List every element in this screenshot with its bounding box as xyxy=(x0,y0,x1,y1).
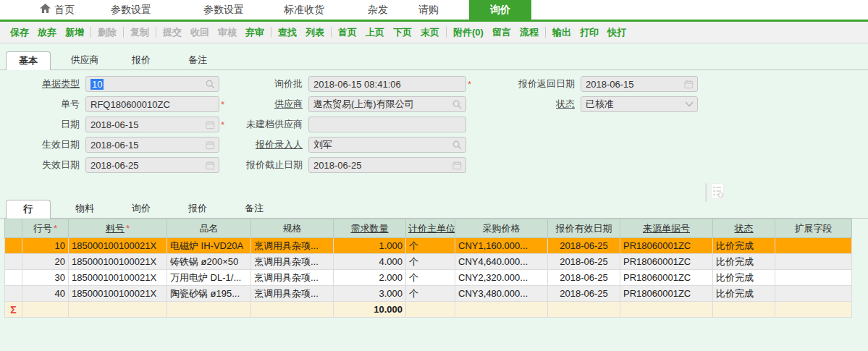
table-row[interactable]: 20 185000100100021X 铸铁锅 ø200×50 烹调用具杂项..… xyxy=(5,254,852,270)
cell-purchase-price[interactable]: CNY3,480.000... xyxy=(455,286,548,302)
cell-spec[interactable]: 烹调用具杂项... xyxy=(251,270,334,286)
cell-ext-field[interactable] xyxy=(775,286,852,302)
cell-item-no[interactable]: 185000100100021X xyxy=(69,254,167,270)
quote-entry-input[interactable]: 刘军 xyxy=(308,137,466,153)
cell-ext-field[interactable] xyxy=(775,270,852,286)
quote-deadline-input[interactable]: 2018-06-25 xyxy=(308,157,466,173)
cell-purchase-price[interactable]: CNY1,160.000... xyxy=(455,238,548,254)
nav-item-standard-receipt[interactable]: 标准收货 xyxy=(284,4,324,17)
grid-header-item-no[interactable]: 料号* xyxy=(69,219,167,238)
save-button[interactable]: 保存 xyxy=(6,26,33,39)
cell-demand-qty[interactable]: 1.000 xyxy=(334,238,406,254)
export-button[interactable]: 输出 xyxy=(548,26,576,39)
cell-source-doc-no[interactable]: PR18060001ZC xyxy=(620,254,713,270)
status-label[interactable]: 状态 xyxy=(506,98,575,111)
grid-header-pricing-unit[interactable]: 计价主单位 xyxy=(406,219,455,238)
cell-pricing-unit[interactable]: 个 xyxy=(406,254,455,270)
search-icon[interactable] xyxy=(452,100,462,109)
add-button[interactable]: 新增 xyxy=(61,26,88,39)
tab-material[interactable]: 物料 xyxy=(62,200,107,218)
search-icon[interactable] xyxy=(452,140,462,150)
row-gutter[interactable] xyxy=(5,286,22,302)
supplier-label[interactable]: 供应商 xyxy=(230,98,303,111)
last-page-button[interactable]: 末页 xyxy=(416,26,444,39)
cell-status[interactable]: 比价完成 xyxy=(713,238,775,254)
tab-inquiry[interactable]: 询价 xyxy=(119,200,164,218)
grid-header-demand-qty[interactable]: 需求数量 xyxy=(334,219,406,238)
grid-settings-handle[interactable] xyxy=(705,183,724,202)
cell-line-no[interactable]: 40 xyxy=(22,286,69,302)
cell-line-no[interactable]: 30 xyxy=(22,270,69,286)
discard-button[interactable]: 放弃 xyxy=(33,26,61,39)
cell-item-name[interactable]: 电磁炉 IH-VD20A xyxy=(167,238,251,254)
quote-entry-label[interactable]: 报价录入人 xyxy=(230,138,303,151)
cell-spec[interactable]: 烹调用具杂项... xyxy=(251,254,334,270)
tab-remarks[interactable]: 备注 xyxy=(175,51,220,69)
cell-item-name[interactable]: 陶瓷砂锅 ø195... xyxy=(167,286,251,302)
calendar-icon[interactable] xyxy=(206,120,215,130)
cell-demand-qty[interactable]: 3.000 xyxy=(334,286,406,302)
doc-no-input[interactable]: RFQ180600010ZC xyxy=(85,96,219,112)
message-button[interactable]: 留言 xyxy=(488,26,515,39)
cell-status[interactable]: 比价完成 xyxy=(713,270,775,286)
cell-source-doc-no[interactable]: PR18060001ZC xyxy=(620,286,713,302)
cell-purchase-price[interactable]: CNY4,640.000... xyxy=(455,254,548,270)
chevron-down-icon[interactable] xyxy=(685,101,694,107)
splitter-handle[interactable] xyxy=(705,183,707,202)
cell-line-no[interactable]: 20 xyxy=(22,254,69,270)
first-page-button[interactable]: 首页 xyxy=(334,26,361,39)
status-select[interactable]: 已核准 xyxy=(581,96,698,112)
unapprove-button[interactable]: 弃审 xyxy=(241,26,269,39)
find-button[interactable]: 查找 xyxy=(274,26,301,39)
tab-lines[interactable]: 行 xyxy=(6,200,51,219)
nav-item-misc-issue[interactable]: 杂发 xyxy=(368,4,388,17)
cell-status[interactable]: 比价完成 xyxy=(713,254,775,270)
print-button[interactable]: 打印 xyxy=(576,26,603,39)
cell-quote-valid-date[interactable]: 2018-06-25 xyxy=(548,286,620,302)
list-button[interactable]: 列表 xyxy=(301,26,329,39)
cell-demand-qty[interactable]: 4.000 xyxy=(334,254,406,270)
supplier-input[interactable]: 遨杰贸易(上海)有限公司 xyxy=(308,96,466,112)
attachments-button[interactable]: 附件(0) xyxy=(449,26,488,39)
tab-notes[interactable]: 备注 xyxy=(232,200,277,218)
calendar-icon[interactable] xyxy=(206,140,215,150)
row-gutter[interactable] xyxy=(5,254,22,270)
cell-item-name[interactable]: 万用电炉 DL-1/... xyxy=(167,270,251,286)
cell-quote-valid-date[interactable]: 2018-06-25 xyxy=(548,238,620,254)
cell-status[interactable]: 比价完成 xyxy=(713,286,775,302)
prev-page-button[interactable]: 上页 xyxy=(361,26,389,39)
unfiled-supplier-input[interactable] xyxy=(308,117,466,132)
grid-header-status[interactable]: 状态 xyxy=(713,219,775,238)
cell-quote-valid-date[interactable]: 2018-06-25 xyxy=(548,270,620,286)
cell-ext-field[interactable] xyxy=(775,238,852,254)
cell-pricing-unit[interactable]: 个 xyxy=(406,286,455,302)
doc-type-label[interactable]: 单据类型 xyxy=(0,77,80,90)
cell-spec[interactable]: 烹调用具杂项... xyxy=(251,238,334,254)
table-row-selected[interactable]: 10 185000100100021X 电磁炉 IH-VD20A 烹调用具杂项.… xyxy=(5,238,852,254)
row-gutter[interactable] xyxy=(5,270,22,286)
table-row[interactable]: 30 185000100100021X 万用电炉 DL-1/... 烹调用具杂项… xyxy=(5,270,852,286)
search-icon[interactable] xyxy=(206,80,215,89)
tab-basic[interactable]: 基本 xyxy=(6,51,51,70)
effective-date-input[interactable]: 2018-06-15 xyxy=(85,137,219,153)
expire-date-input[interactable]: 2018-06-25 xyxy=(85,157,219,173)
workflow-button[interactable]: 流程 xyxy=(515,26,543,39)
cell-source-doc-no[interactable]: PR18060001ZC xyxy=(620,270,713,286)
inquiry-batch-input[interactable]: 2018-06-15 08:41:06 xyxy=(308,76,466,92)
calendar-icon[interactable] xyxy=(206,161,215,170)
tab-quote[interactable]: 报价 xyxy=(119,51,164,69)
tab-supplier[interactable]: 供应商 xyxy=(62,51,107,69)
quote-return-date-input[interactable]: 2018-06-15 xyxy=(581,76,698,92)
nav-item-param-settings-1[interactable]: 参数设置 xyxy=(111,4,151,17)
calendar-icon[interactable] xyxy=(452,161,462,170)
cell-ext-field[interactable] xyxy=(775,254,852,270)
cell-quote-valid-date[interactable]: 2018-06-25 xyxy=(548,254,620,270)
next-page-button[interactable]: 下页 xyxy=(389,26,416,39)
cell-item-no[interactable]: 185000100100021X xyxy=(69,238,167,254)
cell-item-no[interactable]: 185000100100021X xyxy=(69,270,167,286)
grid-header-source-doc-no[interactable]: 来源单据号 xyxy=(620,219,713,238)
cell-item-name[interactable]: 铸铁锅 ø200×50 xyxy=(167,254,251,270)
cell-source-doc-no[interactable]: PR18060001ZC xyxy=(620,238,713,254)
doc-type-input[interactable]: 10 xyxy=(85,76,219,92)
list-settings-icon[interactable] xyxy=(711,183,724,202)
